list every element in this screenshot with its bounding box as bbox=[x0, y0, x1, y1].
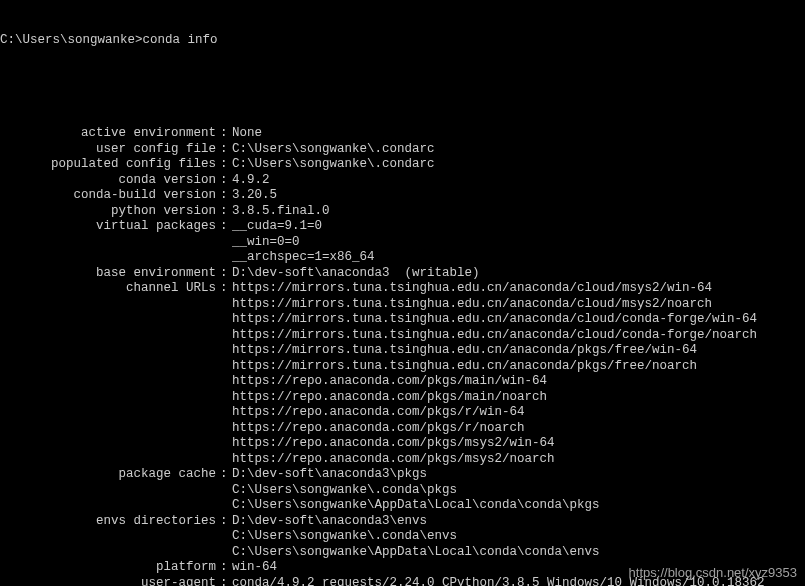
info-value: https://repo.anaconda.com/pkgs/r/win-64 bbox=[232, 405, 525, 421]
info-line: conda-build version: 3.20.5 bbox=[0, 188, 805, 204]
indent bbox=[0, 359, 232, 375]
info-value: C:\Users\songwanke\.conda\envs bbox=[232, 529, 457, 545]
info-value: https://mirrors.tuna.tsinghua.edu.cn/ana… bbox=[232, 297, 712, 313]
info-label: base environment bbox=[0, 266, 220, 282]
info-value: https://repo.anaconda.com/pkgs/main/noar… bbox=[232, 390, 547, 406]
info-value: https://repo.anaconda.com/pkgs/msys2/noa… bbox=[232, 452, 555, 468]
info-value: 4.9.2 bbox=[232, 173, 270, 189]
separator: : bbox=[220, 467, 232, 483]
watermark-text: https://blog.csdn.net/xyz9353 bbox=[629, 565, 797, 581]
info-value: C:\Users\songwanke\.condarc bbox=[232, 142, 435, 158]
info-label: platform bbox=[0, 560, 220, 576]
indent bbox=[0, 235, 232, 251]
info-value: https://mirrors.tuna.tsinghua.edu.cn/ana… bbox=[232, 359, 697, 375]
info-value: __cuda=9.1=0 bbox=[232, 219, 322, 235]
info-label: conda version bbox=[0, 173, 220, 189]
blank-line bbox=[0, 80, 805, 96]
separator: : bbox=[220, 576, 232, 587]
info-value: win-64 bbox=[232, 560, 277, 576]
info-line: https://repo.anaconda.com/pkgs/msys2/noa… bbox=[0, 452, 805, 468]
info-value: 3.8.5.final.0 bbox=[232, 204, 330, 220]
info-label: python version bbox=[0, 204, 220, 220]
info-line: C:\Users\songwanke\.conda\pkgs bbox=[0, 483, 805, 499]
info-label: virtual packages bbox=[0, 219, 220, 235]
info-line: envs directories: D:\dev-soft\anaconda3\… bbox=[0, 514, 805, 530]
indent bbox=[0, 328, 232, 344]
info-label: user-agent bbox=[0, 576, 220, 587]
info-value: C:\Users\songwanke\AppData\Local\conda\c… bbox=[232, 545, 600, 561]
info-value: None bbox=[232, 126, 262, 142]
info-value: https://repo.anaconda.com/pkgs/main/win-… bbox=[232, 374, 547, 390]
info-value: https://mirrors.tuna.tsinghua.edu.cn/ana… bbox=[232, 328, 757, 344]
info-label: package cache bbox=[0, 467, 220, 483]
separator: : bbox=[220, 188, 232, 204]
info-line: https://mirrors.tuna.tsinghua.edu.cn/ana… bbox=[0, 297, 805, 313]
info-value: 3.20.5 bbox=[232, 188, 277, 204]
info-label: populated config files bbox=[0, 157, 220, 173]
info-block: active environment: Noneuser config file… bbox=[0, 126, 805, 586]
info-value: https://mirrors.tuna.tsinghua.edu.cn/ana… bbox=[232, 343, 697, 359]
info-line: channel URLs: https://mirrors.tuna.tsing… bbox=[0, 281, 805, 297]
info-line: active environment: None bbox=[0, 126, 805, 142]
indent bbox=[0, 498, 232, 514]
indent bbox=[0, 250, 232, 266]
terminal-output[interactable]: C:\Users\songwanke>conda info active env… bbox=[0, 0, 805, 586]
separator: : bbox=[220, 173, 232, 189]
indent bbox=[0, 343, 232, 359]
separator: : bbox=[220, 219, 232, 235]
indent bbox=[0, 529, 232, 545]
indent bbox=[0, 297, 232, 313]
indent bbox=[0, 421, 232, 437]
indent bbox=[0, 374, 232, 390]
info-value: __archspec=1=x86_64 bbox=[232, 250, 375, 266]
info-line: https://mirrors.tuna.tsinghua.edu.cn/ana… bbox=[0, 312, 805, 328]
info-label: active environment bbox=[0, 126, 220, 142]
info-line: C:\Users\songwanke\.conda\envs bbox=[0, 529, 805, 545]
info-line: https://mirrors.tuna.tsinghua.edu.cn/ana… bbox=[0, 343, 805, 359]
info-line: https://mirrors.tuna.tsinghua.edu.cn/ana… bbox=[0, 359, 805, 375]
info-value: C:\Users\songwanke\.conda\pkgs bbox=[232, 483, 457, 499]
info-value: D:\dev-soft\anaconda3\envs bbox=[232, 514, 427, 530]
info-line: __win=0=0 bbox=[0, 235, 805, 251]
info-line: https://repo.anaconda.com/pkgs/r/win-64 bbox=[0, 405, 805, 421]
info-line: base environment: D:\dev-soft\anaconda3 … bbox=[0, 266, 805, 282]
info-line: https://repo.anaconda.com/pkgs/r/noarch bbox=[0, 421, 805, 437]
command-prompt: C:\Users\songwanke>conda info bbox=[0, 33, 805, 49]
info-line: package cache: D:\dev-soft\anaconda3\pkg… bbox=[0, 467, 805, 483]
info-value: D:\dev-soft\anaconda3 (writable) bbox=[232, 266, 480, 282]
info-value: https://repo.anaconda.com/pkgs/r/noarch bbox=[232, 421, 525, 437]
indent bbox=[0, 436, 232, 452]
info-line: C:\Users\songwanke\AppData\Local\conda\c… bbox=[0, 545, 805, 561]
separator: : bbox=[220, 126, 232, 142]
info-label: conda-build version bbox=[0, 188, 220, 204]
info-line: __archspec=1=x86_64 bbox=[0, 250, 805, 266]
info-value: https://mirrors.tuna.tsinghua.edu.cn/ana… bbox=[232, 281, 712, 297]
separator: : bbox=[220, 560, 232, 576]
info-value: __win=0=0 bbox=[232, 235, 300, 251]
indent bbox=[0, 545, 232, 561]
info-line: conda version: 4.9.2 bbox=[0, 173, 805, 189]
info-line: https://mirrors.tuna.tsinghua.edu.cn/ana… bbox=[0, 328, 805, 344]
separator: : bbox=[220, 204, 232, 220]
indent bbox=[0, 405, 232, 421]
info-line: python version: 3.8.5.final.0 bbox=[0, 204, 805, 220]
separator: : bbox=[220, 157, 232, 173]
info-label: envs directories bbox=[0, 514, 220, 530]
info-line: user config file: C:\Users\songwanke\.co… bbox=[0, 142, 805, 158]
info-line: populated config files: C:\Users\songwan… bbox=[0, 157, 805, 173]
indent bbox=[0, 312, 232, 328]
info-line: C:\Users\songwanke\AppData\Local\conda\c… bbox=[0, 498, 805, 514]
separator: : bbox=[220, 142, 232, 158]
info-value: https://mirrors.tuna.tsinghua.edu.cn/ana… bbox=[232, 312, 757, 328]
info-value: C:\Users\songwanke\AppData\Local\conda\c… bbox=[232, 498, 600, 514]
indent bbox=[0, 390, 232, 406]
separator: : bbox=[220, 266, 232, 282]
info-line: https://repo.anaconda.com/pkgs/msys2/win… bbox=[0, 436, 805, 452]
indent bbox=[0, 452, 232, 468]
info-value: D:\dev-soft\anaconda3\pkgs bbox=[232, 467, 427, 483]
info-label: channel URLs bbox=[0, 281, 220, 297]
info-line: https://repo.anaconda.com/pkgs/main/win-… bbox=[0, 374, 805, 390]
info-line: https://repo.anaconda.com/pkgs/main/noar… bbox=[0, 390, 805, 406]
info-value: https://repo.anaconda.com/pkgs/msys2/win… bbox=[232, 436, 555, 452]
info-value: C:\Users\songwanke\.condarc bbox=[232, 157, 435, 173]
